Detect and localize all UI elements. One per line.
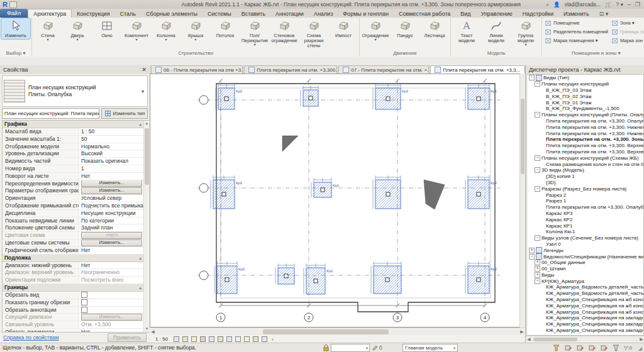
tree-expander-icon[interactable]: − xyxy=(535,235,540,241)
tree-expander-icon[interactable]: − xyxy=(529,75,535,80)
app-store-icon[interactable]: 🛒 xyxy=(605,1,612,8)
tree-item[interactable]: КЖ_Арматура_Спецификация на жб конструкц… xyxy=(527,302,643,309)
tree-item[interactable]: В_КЖ_ПЭ_01 Этаж xyxy=(527,99,643,106)
view-scale-button[interactable]: 1 : 50 xyxy=(152,336,171,343)
ribbon-tab-сталь[interactable]: Сталь xyxy=(115,9,141,18)
scroll-right-icon[interactable]: ▶ xyxy=(519,329,525,334)
property-section-подложка[interactable]: Подложка▴ xyxy=(3,255,144,262)
select-links-icon[interactable] xyxy=(564,344,572,351)
view-tab[interactable]: Плита перекрытия на отм. +3,300... xyxy=(244,65,337,74)
reveal-hidden-icon[interactable] xyxy=(243,336,250,342)
dropdown-arrow-icon[interactable]: ▾ xyxy=(135,38,137,41)
properties-close-icon[interactable]: ✕ xyxy=(142,67,147,73)
scroll-left-icon[interactable]: ◀ xyxy=(150,329,156,334)
properties-scrollbar[interactable]: ▲ ▼ xyxy=(143,121,150,332)
tree-expander-icon[interactable]: − xyxy=(529,254,535,260)
tree-expander-icon[interactable]: + xyxy=(535,260,540,265)
button-лестница[interactable]: Лестница xyxy=(420,18,449,39)
constraints-icon[interactable] xyxy=(261,336,268,342)
button-помещение[interactable]: Помещение xyxy=(543,19,609,27)
edit-type-button[interactable]: Изменить тип xyxy=(101,108,148,119)
tree-item[interactable]: Плита перекрытия на отм. +3,300. Верхнее… xyxy=(527,143,643,149)
tree-item[interactable]: +00_Общие данные xyxy=(527,260,643,266)
property-button[interactable]: Изменить... xyxy=(81,180,142,187)
property-row-диапазон-нижний-уровень[interactable]: Диапазон: нижний уровеньНет xyxy=(3,262,144,270)
property-row-цветовые-схемы-системы[interactable]: Цветовые схемы системыИзменить... xyxy=(3,239,144,247)
property-row-масштаб-вида[interactable]: Масштаб вида1 : 50 xyxy=(3,128,144,136)
button-текст-модели[interactable]: AТекст модели xyxy=(452,18,481,44)
browser-scroll-right-icon[interactable]: ▶ xyxy=(638,337,644,342)
rebar-zone-cluster[interactable] xyxy=(275,263,294,284)
ribbon-tab-файл[interactable]: Файл xyxy=(0,9,28,18)
property-checkbox[interactable] xyxy=(81,307,87,313)
property-row-поворот-на-листе[interactable]: Поворот на листеНет xyxy=(3,173,144,180)
property-row-графический-стиль-отображения-[interactable]: Графический стиль отображения ...Нет xyxy=(3,247,144,255)
tree-item[interactable]: Узел 0 xyxy=(527,241,643,248)
property-row-видимость-частей[interactable]: Видимость частейПоказать оригинал xyxy=(3,158,144,165)
temporary-view-icon[interactable] xyxy=(252,336,259,342)
button-ограждение[interactable]: Ограждение▾ xyxy=(361,18,390,42)
tree-item[interactable]: −Виды узлов (Сечение_Без номера листа) xyxy=(527,235,643,241)
tree-item[interactable]: Плита перекрытия на отм. +3,300. Верхнее… xyxy=(527,149,643,155)
scroll-thumb[interactable] xyxy=(145,128,149,185)
button-стена[interactable]: Стена▾ xyxy=(33,18,62,42)
render-icon[interactable] xyxy=(208,336,215,342)
tree-item[interactable]: {3D} xyxy=(527,180,643,186)
canvas-vscroll-thumb[interactable] xyxy=(521,99,525,174)
property-button[interactable]: Изменить... xyxy=(81,187,142,194)
properties-help-link[interactable]: Справка по свойствам xyxy=(3,334,59,341)
tree-item[interactable]: Каркас КР2 xyxy=(527,216,643,223)
filter-funnel-icon[interactable] xyxy=(552,344,560,351)
tree-item[interactable]: −Виды (Тип) xyxy=(527,75,643,81)
ribbon-tab-системы[interactable]: Системы xyxy=(203,9,236,18)
dropdown-arrow-icon[interactable]: ▾ xyxy=(76,38,78,41)
tree-expander-icon[interactable]: − xyxy=(535,167,540,173)
button-дверь[interactable]: Дверь▾ xyxy=(63,18,92,42)
tree-expander-icon[interactable]: + xyxy=(535,266,540,272)
button-окно[interactable]: Окно xyxy=(92,18,121,39)
button-пандус[interactable]: Пандус xyxy=(391,18,419,39)
tree-item[interactable]: −Планы несущих конструкций (Схемы ЖБ) xyxy=(527,155,643,161)
property-row-секущий-диапазон[interactable]: Секущий диапазонИзменить... xyxy=(3,314,144,321)
property-row-показать-границу-обрезки[interactable]: Показать границу обрезки xyxy=(3,299,144,307)
button-потолок[interactable]: Потолок xyxy=(211,18,240,39)
dropdown-arrow-icon[interactable]: ▾ xyxy=(374,38,376,41)
tree-item[interactable]: В_КЖ_ПЭ_Фундаменты_-1,500 xyxy=(527,106,643,112)
tree-item[interactable]: КЖ_Арматура_Спецификация на закладную xyxy=(527,315,643,321)
tree-item[interactable]: Каркас КР3 xyxy=(527,211,643,217)
crop-view-icon[interactable] xyxy=(217,336,224,342)
button-компонент[interactable]: Компонент▾ xyxy=(122,18,151,42)
property-row-обрезать-аннотации[interactable]: Обрезать аннотации xyxy=(3,307,144,314)
tree-item[interactable]: КЖ_Арматура_Ведомость деталей_часть(НА) xyxy=(527,290,643,297)
ribbon-tab--[interactable]: ⊡ ▾ xyxy=(594,9,614,18)
button-группа-модели[interactable]: Группа модели▾ xyxy=(511,18,540,47)
button-зона[interactable]: Зона ▾ xyxy=(610,19,644,27)
tree-item[interactable]: КЖ_Арматура_Спецификация на жб конструкц… xyxy=(527,297,643,303)
type-selector[interactable]: План несущих конструкций Плиты. Опалубка… xyxy=(2,75,148,107)
rebar-zone-cluster[interactable] xyxy=(373,175,401,209)
ribbon-tab-формы-и-генплан[interactable]: Формы и генплан xyxy=(338,9,394,18)
tree-expander-icon[interactable]: − xyxy=(535,81,540,87)
ribbon-tab-аннотации[interactable]: Аннотации xyxy=(270,9,309,18)
tree-item[interactable]: Схема размещения колон и стен на отм 0,0… xyxy=(527,161,643,167)
rebar-zone-cluster[interactable]: Кр1 xyxy=(465,84,497,109)
button-колонна[interactable]: Колонна▾ xyxy=(152,18,180,42)
rebar-zone-cluster[interactable]: Кр2 xyxy=(465,175,497,209)
editable-elements-indicator[interactable]: 0 xyxy=(372,344,382,351)
tree-item[interactable]: Колона Км-1 xyxy=(527,229,643,235)
ribbon-tab-совместная-работа[interactable]: Совместная работа xyxy=(394,9,455,18)
worksets-lock-icon[interactable] xyxy=(322,344,330,351)
rebar-zone-cluster[interactable]: Кр1 xyxy=(311,178,340,197)
tree-item[interactable]: В_КЖ_ПЭ_02 Этаж xyxy=(527,93,643,99)
tree-item[interactable]: Плита перекрытия на отм. +3,300. Нижнее … xyxy=(527,124,643,130)
rebar-zone-cluster[interactable]: Кр2 xyxy=(216,84,243,109)
tree-item[interactable]: Плита перекрытия на отм. +3,300. Опалубк… xyxy=(527,118,643,124)
property-row-значение-масштаба-1-[interactable]: Значение масштаба 1:50 xyxy=(3,136,144,143)
tree-expander-icon[interactable]: − xyxy=(535,186,540,192)
detail-level-icon[interactable] xyxy=(173,336,180,342)
property-row-диапазон-верхний-уровень[interactable]: Диапазон: верхний уровеньНеограниченно xyxy=(3,269,144,277)
qat-customize-icon[interactable] xyxy=(9,1,17,8)
tree-item[interactable]: КЖ_Арматура_Спецификация на закладную 3Д… xyxy=(527,321,643,327)
dropdown-arrow-icon[interactable]: ▾ xyxy=(194,38,196,41)
property-row-ориентация[interactable]: ОриентацияУсловный север xyxy=(3,195,144,202)
